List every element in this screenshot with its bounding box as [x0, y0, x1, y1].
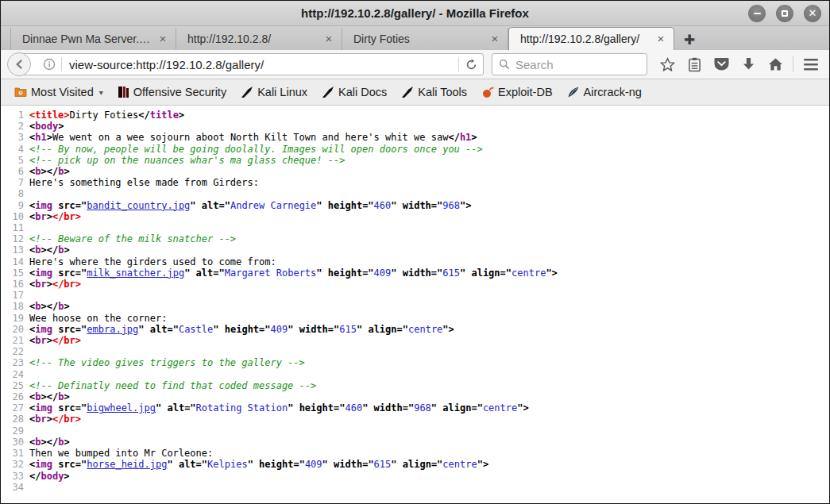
code-token: width: [403, 200, 431, 211]
bookmark-most-visited[interactable]: Most Visited▾: [9, 83, 109, 101]
tab-close-icon[interactable]: ×: [488, 33, 501, 44]
code-token: alt: [196, 267, 214, 279]
bookmark-exploit-db[interactable]: Exploit-DB: [476, 83, 558, 101]
code-token: >: [47, 211, 52, 222]
bookmark-kali-tools[interactable]: Kali Tools: [396, 83, 473, 101]
code-token: body: [41, 471, 64, 482]
source-line: 27<img src="bigwheel.jpg" alt="Rotating …: [1, 402, 829, 414]
line-code: Here's something else made from Girders:: [29, 177, 259, 188]
download-button[interactable]: [736, 53, 760, 75]
line-number: 25: [1, 380, 29, 391]
star-icon: [660, 57, 675, 72]
code-token: =": [471, 402, 482, 414]
url-bar[interactable]: view-source:http://192.10.2.8/gallery/: [19, 53, 484, 75]
code-token: Andrew Carnegie: [230, 200, 316, 211]
source-link[interactable]: bigwheel.jpg: [87, 402, 156, 414]
pocket-button[interactable]: [709, 53, 733, 75]
tab-4[interactable]: http://192.10.2.8/gallery/ ×: [508, 27, 674, 50]
tab-3[interactable]: Dirty Foties ×: [342, 28, 508, 50]
bookmark-star-button[interactable]: [655, 53, 679, 75]
code-token: =": [293, 459, 304, 470]
bookmark-label: Exploit-DB: [498, 86, 553, 98]
code-token: ": [184, 267, 195, 279]
code-token: Castle: [179, 324, 213, 335]
tab-label: Dirty Foties: [353, 33, 484, 45]
tab-label: Dinnae Pwn Ma Server... ...: [22, 33, 152, 45]
tab-close-icon[interactable]: ×: [156, 33, 169, 44]
search-placeholder[interactable]: Search: [515, 58, 640, 71]
code-token: ": [316, 267, 327, 279]
tab-label: http://192.10.2.8/gallery/: [520, 33, 650, 45]
source-line: 4<!-- By now, people will be going doola…: [1, 144, 829, 155]
close-button[interactable]: ✕: [804, 5, 821, 22]
line-code: <b></b>: [29, 166, 70, 177]
code-token: centre: [512, 267, 546, 279]
line-number: 1: [1, 110, 29, 121]
menu-button[interactable]: [799, 53, 823, 75]
code-token: ": [138, 324, 149, 335]
line-code: <body>: [29, 121, 64, 132]
tab-2[interactable]: http://192.10.2.8/ ×: [176, 28, 342, 50]
code-token: Dirty Foties: [70, 110, 139, 121]
bookmark-aircrack-ng[interactable]: Aircrack-ng: [562, 83, 647, 101]
code-token: h1: [35, 132, 46, 143]
code-token: 968: [414, 402, 431, 414]
tab-close-icon[interactable]: ×: [322, 33, 335, 44]
code-token: =": [362, 267, 373, 279]
source-link[interactable]: horse_heid.jpg: [87, 459, 167, 470]
toolbar-separator: [793, 56, 793, 72]
reload-button[interactable]: [459, 59, 483, 71]
source-code: 1<title>Dirty Foties</title>2<body>3<h1>…: [1, 110, 829, 493]
code-token: body: [35, 121, 58, 132]
source-link[interactable]: bandit_country.jpg: [87, 200, 190, 211]
code-token: <!-- By now, people will be going doolal…: [29, 144, 483, 155]
code-token: </br>: [52, 335, 81, 346]
code-token: 968: [442, 200, 460, 211]
source-line: 24: [1, 369, 829, 380]
code-token: </br>: [52, 211, 81, 222]
bookmark-label: Kali Linux: [257, 86, 307, 98]
tabs: Dinnae Pwn Ma Server... ... × http://192…: [10, 27, 674, 50]
url-text[interactable]: view-source:http://192.10.2.8/gallery/: [69, 58, 458, 71]
source-line: 22: [1, 346, 829, 357]
source-link[interactable]: embra.jpg: [87, 324, 138, 335]
bookmark-offensive-security[interactable]: Offensive Security: [112, 83, 232, 101]
line-code: <b></b>: [29, 301, 70, 312]
aircrack-ng-icon: [567, 86, 580, 98]
minimize-button[interactable]: [748, 5, 766, 22]
line-number: 34: [1, 482, 29, 493]
source-link[interactable]: milk_snatcher.jpg: [87, 267, 184, 279]
code-token: width: [403, 267, 431, 279]
code-token: ": [167, 459, 178, 470]
code-token: align: [471, 267, 500, 279]
line-code: <img src="horse_heid.jpg" alt="Kelpies" …: [29, 459, 488, 470]
code-token: width: [299, 324, 328, 335]
source-line: 21<br></br>: [1, 335, 829, 346]
code-token: 615: [374, 459, 392, 470]
chevron-down-icon: ▾: [99, 88, 103, 97]
search-bar[interactable]: Search: [492, 53, 647, 75]
code-token: </: [29, 471, 41, 482]
home-button[interactable]: [763, 53, 787, 75]
code-token: 409: [374, 267, 392, 279]
back-button[interactable]: [7, 52, 31, 76]
code-token: ></: [41, 391, 58, 402]
line-code: Wee hoose on the corner:: [29, 313, 167, 324]
page-info-icon[interactable]: [43, 58, 56, 71]
code-token: =": [362, 200, 373, 211]
code-token: ": [460, 267, 471, 279]
toolbar-buttons: [655, 53, 823, 75]
tab-1[interactable]: Dinnae Pwn Ma Server... ... ×: [10, 28, 176, 50]
source-line: 15<img src="milk_snatcher.jpg" alt="Marg…: [1, 267, 829, 279]
new-tab-button[interactable]: ✚: [678, 29, 701, 50]
line-code: <b></b>: [29, 244, 70, 256]
bookmark-kali-linux[interactable]: Kali Linux: [235, 83, 313, 101]
bookmark-kali-docs[interactable]: Kali Docs: [316, 83, 392, 101]
source-line: 29: [1, 425, 829, 437]
show-bookmarks-button[interactable]: [682, 53, 706, 75]
line-code: <img src="bandit_country.jpg" alt="Andre…: [29, 200, 471, 211]
source-line: 16<br></br>: [1, 279, 829, 290]
source-line: 6<b></b>: [1, 166, 829, 177]
maximize-button[interactable]: [776, 5, 793, 22]
tab-close-icon[interactable]: ×: [654, 33, 667, 44]
